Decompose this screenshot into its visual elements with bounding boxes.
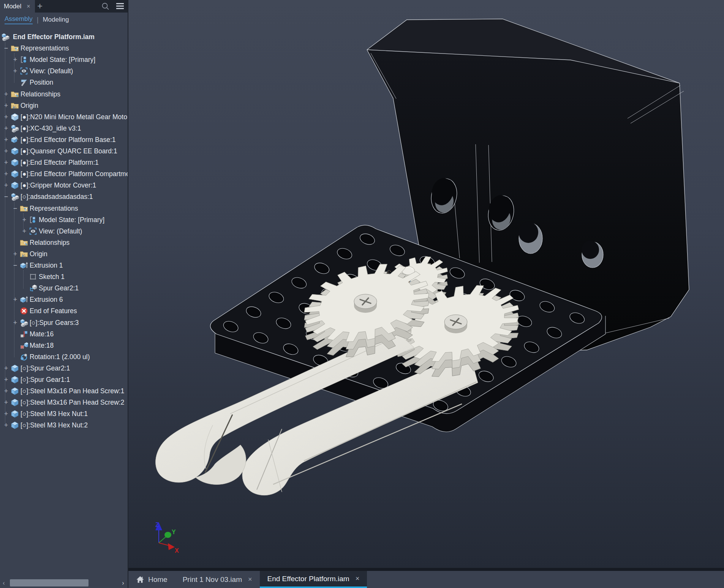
document-tab-row: HomePrint 1 Nov 03.iam×End Effector Plat…: [128, 571, 724, 588]
tree-item-label: [●]:N20 Mini Micro Metall Gear Motor D: [21, 113, 128, 121]
expand-icon[interactable]: +: [3, 124, 9, 133]
tree-item[interactable]: +[●]:XC-430_idle v3:1: [0, 123, 128, 134]
tree-item-label: Origin: [21, 101, 38, 110]
model-browser-panel: Model× + Assembly | Modeling End Effecto…: [0, 0, 128, 588]
collapse-icon[interactable]: −: [3, 44, 9, 53]
folder-rep-icon: [20, 204, 28, 213]
tree-item-label: [●]:XC-430_idle v3:1: [21, 124, 81, 133]
home-icon: [136, 575, 144, 584]
part-light-icon: [11, 113, 19, 121]
tree-item[interactable]: −[○]:adsadsadsadasdas:1: [0, 191, 128, 202]
tree-item[interactable]: Relationships: [0, 237, 128, 248]
tree-item-label: Representations: [21, 44, 69, 53]
expand-icon[interactable]: +: [12, 295, 18, 304]
tree-item[interactable]: +[○]:Steel M3x16 Pan Head Screw:1: [0, 385, 128, 397]
tree-item[interactable]: +[○]:Spur Gears:3: [0, 317, 128, 328]
document-tab[interactable]: End Effector Platform.iam×: [260, 571, 367, 588]
tree-item-label: [○]:Spur Gear1:1: [21, 375, 70, 384]
close-tab-icon[interactable]: ×: [248, 575, 252, 583]
scroll-left-arrow-icon[interactable]: ‹: [0, 578, 8, 588]
scroll-right-arrow-icon[interactable]: ›: [119, 578, 127, 588]
tree-item[interactable]: +[●]:End Effector Platform Base:1: [0, 134, 128, 145]
tree-item[interactable]: +[○]:Spur Gear2:1: [0, 363, 128, 374]
modelstate-icon: [20, 55, 28, 64]
expand-icon[interactable]: +: [3, 147, 9, 156]
expand-icon[interactable]: +: [3, 386, 9, 396]
tree-item[interactable]: +View: (Default): [0, 65, 128, 77]
tree-item[interactable]: −Representations: [0, 43, 128, 54]
tree-item[interactable]: +[○]:Steel M3 Hex Nut:1: [0, 408, 128, 419]
collapse-icon[interactable]: −: [3, 192, 9, 201]
tree-item[interactable]: +Origin: [0, 248, 128, 260]
tree-item[interactable]: +Model State: [Primary]: [0, 214, 128, 225]
tree-item[interactable]: Position: [0, 77, 128, 88]
tree-item[interactable]: Spur Gear2:1: [0, 282, 128, 294]
collapse-icon[interactable]: −: [12, 204, 18, 213]
y-axis-arrow-icon: [164, 532, 171, 538]
tree-item[interactable]: +Model State: [Primary]: [0, 54, 128, 65]
expand-icon[interactable]: +: [3, 364, 9, 373]
tree-item[interactable]: +[○]:Spur Gear1:1: [0, 374, 128, 385]
folder-origin-icon: [20, 250, 28, 258]
tree-item[interactable]: Sketch 1: [0, 271, 128, 282]
part-icon: [11, 170, 19, 178]
3d-viewport[interactable]: MOT-43: [128, 0, 724, 588]
expand-icon[interactable]: +: [12, 55, 18, 64]
expand-icon[interactable]: +: [3, 181, 9, 190]
expand-icon[interactable]: +: [21, 215, 27, 224]
tree-item-label: Mate:16: [30, 330, 54, 339]
tree-item[interactable]: +[○]:Steel M3 Hex Nut:2: [0, 419, 128, 431]
tree-item[interactable]: End Effector Platform.iam: [0, 31, 128, 43]
expand-icon[interactable]: +: [3, 135, 9, 144]
expand-icon[interactable]: +: [3, 421, 9, 430]
x-axis-label: X: [175, 547, 179, 554]
expand-icon[interactable]: +: [21, 227, 27, 236]
part-icon: [11, 421, 19, 429]
assembly-icon: [11, 124, 19, 132]
tree-item[interactable]: +Origin: [0, 100, 128, 111]
tree-item[interactable]: +[●]:End Effector Platform:1: [0, 157, 128, 168]
model-tree[interactable]: End Effector Platform.iam−Representation…: [0, 0, 128, 578]
collapse-icon[interactable]: −: [12, 261, 18, 270]
part-icon: [11, 410, 19, 418]
tree-item[interactable]: −Representations: [0, 203, 128, 214]
tree-item[interactable]: End of Features: [0, 305, 128, 317]
tree-item-label: View: (Default): [39, 227, 82, 236]
panel-horizontal-scrollbar[interactable]: ‹ ›: [0, 578, 128, 588]
tree-item-label: Spur Gear2:1: [39, 284, 79, 293]
expand-icon[interactable]: +: [12, 249, 18, 259]
close-tab-icon[interactable]: ×: [356, 575, 360, 583]
expand-icon[interactable]: +: [12, 66, 18, 76]
expand-icon[interactable]: +: [3, 112, 9, 121]
tree-item[interactable]: +Extrusion 6: [0, 294, 128, 305]
tree-item[interactable]: +[●]:N20 Mini Micro Metall Gear Motor D: [0, 111, 128, 123]
folder-rel-icon: [20, 238, 28, 247]
tree-item[interactable]: +[●]:Quanser QUARC EE Board:1: [0, 145, 128, 157]
tree-item[interactable]: +[○]:Steel M3x16 Pan Head Screw:2: [0, 397, 128, 408]
tree-item-label: [●]:End Effector Platform:1: [21, 158, 99, 167]
document-tab[interactable]: Home: [128, 571, 175, 588]
derived-icon: [29, 284, 37, 292]
expand-icon[interactable]: +: [3, 169, 9, 178]
tree-item[interactable]: Mate:16: [0, 328, 128, 340]
expand-icon[interactable]: +: [12, 318, 18, 327]
expand-icon[interactable]: +: [3, 90, 9, 99]
expand-icon[interactable]: +: [3, 158, 9, 167]
tree-item-label: Position: [30, 78, 53, 87]
tree-item[interactable]: Rotation:1 (2.000 ul): [0, 351, 128, 363]
folder-origin-icon: [11, 101, 19, 110]
tree-item[interactable]: +[●]:Gripper Motor Cover:1: [0, 180, 128, 191]
expand-icon[interactable]: +: [3, 375, 9, 384]
expand-icon[interactable]: +: [3, 398, 9, 407]
expand-icon[interactable]: +: [3, 409, 9, 418]
tree-item[interactable]: Mate:18: [0, 340, 128, 351]
document-tab[interactable]: Print 1 Nov 03.iam×: [175, 571, 260, 588]
expand-icon[interactable]: +: [3, 101, 9, 110]
scrollbar-thumb[interactable]: [10, 579, 89, 586]
part-icon: [11, 147, 19, 155]
tree-item[interactable]: −Extrusion 1: [0, 260, 128, 271]
tree-item[interactable]: +[●]:End Effector Platform Compartment: [0, 168, 128, 180]
assembly-icon: [20, 318, 28, 327]
tree-item[interactable]: +Relationships: [0, 88, 128, 100]
tree-item[interactable]: +View: (Default): [0, 225, 128, 237]
